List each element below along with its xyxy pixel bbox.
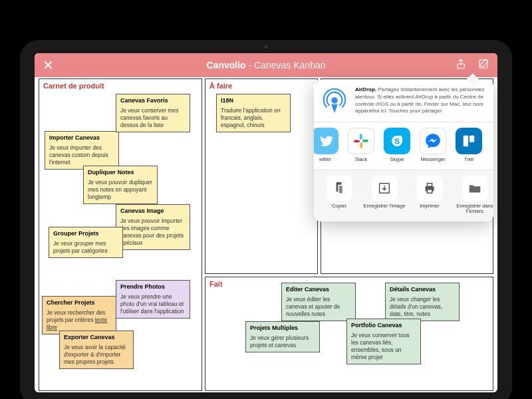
share-app-slack[interactable]: Slack (344, 128, 378, 163)
card-grouper[interactable]: Grouper Projets Je veux grouper mes proj… (49, 227, 123, 258)
airdrop-row[interactable]: AirDrop. Partagez instantanément avec le… (314, 80, 493, 122)
airdrop-text: AirDrop. Partagez instantanément avec le… (355, 86, 487, 115)
page-title: Canvolio - Canevas Kanban (207, 60, 326, 70)
action-save-image[interactable]: Enregistrer l'image (363, 176, 406, 215)
card-i18n[interactable]: I18N Traduire l'application en francais,… (216, 94, 291, 132)
slack-icon (348, 128, 374, 154)
card-multiples[interactable]: Projets Multiples Je veux gérer plusieur… (245, 321, 320, 352)
card-favoris[interactable]: Canevas Favoris Je veux conserver mes ca… (116, 94, 190, 132)
svg-rect-11 (427, 183, 432, 186)
share-actions-row: Copier Enregistrer l'image Imprimer (314, 170, 493, 221)
card-portfolio[interactable]: Portfolio Canevas Je veux conserver tous… (346, 319, 421, 364)
column-todo[interactable]: À faire I18N Traduire l'application en f… (205, 78, 318, 274)
close-button[interactable]: ✕ (43, 57, 54, 73)
svg-rect-3 (360, 134, 362, 140)
card-details[interactable]: Détails Canevas Je veux changer les déta… (385, 283, 460, 321)
column-title: À faire (205, 79, 317, 92)
copy-icon (327, 176, 352, 201)
share-apps-row: witter Slack (314, 122, 493, 170)
share-button[interactable] (455, 58, 467, 72)
svg-rect-5 (360, 142, 362, 148)
card-importer[interactable]: Importer Canevas Je veux importer des ca… (45, 131, 119, 170)
save-image-icon (372, 176, 397, 201)
trello-icon (456, 128, 482, 154)
card-dupliquer[interactable]: Dupliquer Notes Je veux pouvoir duplique… (83, 166, 158, 204)
folder-icon (462, 176, 487, 201)
card-image[interactable]: Canevas Image Je veux pouvoir importer d… (116, 204, 190, 250)
card-editer[interactable]: Editer Canevas Je veux éditer les caneva… (281, 283, 356, 321)
twitter-icon (314, 128, 338, 154)
card-chercher[interactable]: Chercher Projets Je veux rechercher des … (42, 296, 116, 334)
canvas-name: Canevas Kanban (254, 60, 325, 70)
share-app-twitter[interactable]: witter (314, 128, 342, 163)
action-print[interactable]: Imprimer (408, 176, 451, 215)
share-sheet: AirDrop. Partagez instantanément avec le… (314, 80, 493, 221)
app-header: ✕ Canvolio - Canevas Kanban (35, 53, 497, 77)
action-save-files[interactable]: Enregistrer dans Fichiers (454, 176, 493, 215)
share-app-trello[interactable]: Trell (452, 128, 485, 163)
column-backlog[interactable]: Carnet de produit Importer Canevas Je ve… (39, 78, 202, 391)
svg-point-2 (331, 97, 338, 104)
compose-button[interactable] (477, 58, 489, 72)
print-icon (417, 176, 442, 201)
column-done[interactable]: Fait Editer Canevas Je veux éditer les c… (205, 277, 493, 391)
app-name: Canvolio (207, 60, 246, 70)
svg-rect-8 (469, 136, 474, 142)
action-copy[interactable]: Copier (318, 176, 360, 215)
svg-rect-7 (464, 136, 468, 147)
skype-icon (384, 128, 410, 154)
airdrop-icon (321, 86, 348, 114)
share-app-messenger[interactable]: Messenger (416, 128, 450, 163)
card-photos[interactable]: Prendre Photos Je veux prendre une photo… (116, 280, 190, 319)
card-exporter[interactable]: Exporter Canevas Je veux avoir la capaci… (59, 331, 134, 369)
svg-rect-6 (354, 140, 360, 143)
svg-rect-4 (362, 140, 368, 142)
svg-rect-12 (427, 190, 432, 194)
share-app-skype[interactable]: Skype (380, 128, 414, 163)
column-title: Carnet de produit (39, 79, 201, 92)
messenger-icon (420, 128, 446, 154)
